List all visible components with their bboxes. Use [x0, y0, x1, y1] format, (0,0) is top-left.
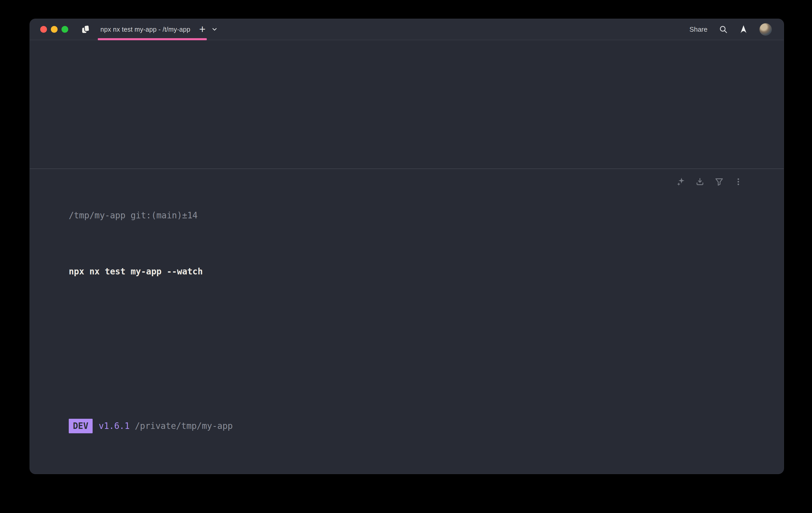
chevron-down-icon[interactable] — [212, 26, 218, 32]
new-tab-button[interactable]: + — [199, 24, 206, 35]
sparkles-ai-icon[interactable] — [676, 177, 685, 186]
minimize-window-button[interactable] — [51, 26, 58, 33]
active-tab[interactable]: npx nx test my-app - /t/my-app — [81, 19, 191, 40]
download-icon[interactable] — [696, 177, 704, 186]
tab-title: npx nx test my-app - /t/my-app — [100, 26, 191, 33]
active-tab-underline — [98, 38, 207, 40]
vite-dev-line: DEVv1.6.1 /private/tmp/my-app — [69, 419, 768, 433]
terminal-scrollback — [30, 40, 784, 168]
kebab-menu-icon[interactable] — [734, 177, 743, 186]
command-block: /tmp/my-app git:(main)±14 npx nx test my… — [30, 168, 784, 473]
tab-pages-icon — [81, 24, 91, 34]
block-toolbar — [676, 177, 743, 186]
warp-logo-icon[interactable] — [739, 25, 748, 34]
shell-prompt: /tmp/my-app git:(main)±14 — [69, 209, 768, 222]
search-icon[interactable] — [719, 25, 728, 34]
command-text[interactable]: npx nx test my-app --watch — [69, 265, 768, 278]
vite-cwd: /private/tmp/my-app — [135, 421, 233, 431]
avatar[interactable] — [759, 23, 772, 35]
dev-badge: DEV — [69, 419, 93, 433]
close-window-button[interactable] — [40, 26, 47, 33]
titlebar: npx nx test my-app - /t/my-app + Share — [30, 19, 784, 40]
share-button[interactable]: Share — [690, 25, 707, 33]
traffic-lights — [40, 26, 68, 33]
vite-version: v1.6.1 — [99, 421, 130, 431]
terminal-window: npx nx test my-app - /t/my-app + Share — [30, 19, 784, 474]
filter-icon[interactable] — [715, 177, 724, 186]
maximize-window-button[interactable] — [61, 26, 68, 33]
